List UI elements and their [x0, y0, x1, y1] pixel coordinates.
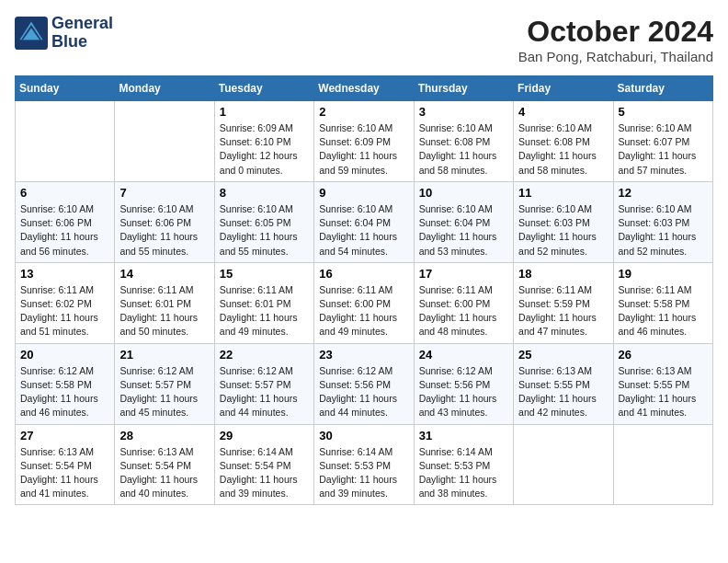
- sunrise-line: Sunrise: 6:12 AM: [319, 364, 408, 378]
- day-header-sunday: Sunday: [16, 76, 115, 101]
- calendar-cell: [115, 101, 214, 182]
- daylight-line: Daylight: 11 hours: [119, 392, 209, 406]
- sunset-line: Sunset: 5:55 PM: [518, 378, 608, 392]
- daylight-minutes-line: and 54 minutes.: [319, 245, 408, 259]
- day-number: 9: [319, 186, 408, 200]
- header-row: SundayMondayTuesdayWednesdayThursdayFrid…: [16, 76, 713, 101]
- cell-content: Sunrise: 6:11 AMSunset: 6:01 PMDaylight:…: [119, 283, 209, 339]
- daylight-minutes-line: and 50 minutes.: [119, 325, 209, 339]
- daylight-line: Daylight: 11 hours: [419, 473, 508, 487]
- cell-content: Sunrise: 6:12 AMSunset: 5:56 PMDaylight:…: [319, 364, 408, 420]
- daylight-minutes-line: and 39 minutes.: [319, 487, 408, 500]
- daylight-minutes-line: and 58 minutes.: [518, 164, 608, 178]
- cell-content: Sunrise: 6:13 AMSunset: 5:55 PMDaylight:…: [619, 364, 708, 420]
- day-number: 18: [518, 267, 608, 281]
- sunrise-line: Sunrise: 6:11 AM: [319, 283, 408, 297]
- daylight-line: Daylight: 11 hours: [419, 311, 508, 325]
- day-number: 1: [220, 105, 309, 119]
- day-number: 5: [619, 105, 708, 119]
- cell-content: Sunrise: 6:11 AMSunset: 5:59 PMDaylight:…: [518, 283, 608, 339]
- calendar-cell: 4Sunrise: 6:10 AMSunset: 6:08 PMDaylight…: [514, 101, 613, 182]
- calendar-cell: 25Sunrise: 6:13 AMSunset: 5:55 PMDayligh…: [514, 343, 613, 424]
- cell-content: Sunrise: 6:10 AMSunset: 6:04 PMDaylight:…: [319, 202, 408, 259]
- calendar-cell: 24Sunrise: 6:12 AMSunset: 5:56 PMDayligh…: [414, 343, 513, 424]
- day-number: 29: [220, 429, 309, 442]
- cell-content: Sunrise: 6:10 AMSunset: 6:04 PMDaylight:…: [419, 202, 508, 259]
- day-number: 31: [419, 429, 508, 442]
- day-number: 25: [518, 348, 608, 362]
- daylight-line: Daylight: 11 hours: [319, 230, 408, 244]
- day-number: 28: [119, 429, 209, 442]
- day-number: 22: [220, 348, 309, 362]
- daylight-line: Daylight: 12 hours: [220, 149, 309, 163]
- sunset-line: Sunset: 6:10 PM: [220, 135, 309, 149]
- sunset-line: Sunset: 6:01 PM: [220, 297, 309, 311]
- sunrise-line: Sunrise: 6:11 AM: [220, 283, 309, 297]
- daylight-line: Daylight: 11 hours: [319, 149, 408, 163]
- calendar-cell: 18Sunrise: 6:11 AMSunset: 5:59 PMDayligh…: [514, 262, 613, 343]
- calendar-cell: 13Sunrise: 6:11 AMSunset: 6:02 PMDayligh…: [16, 262, 115, 343]
- cell-content: Sunrise: 6:13 AMSunset: 5:55 PMDaylight:…: [518, 364, 608, 420]
- sunrise-line: Sunrise: 6:10 AM: [20, 202, 109, 216]
- calendar-cell: 28Sunrise: 6:13 AMSunset: 5:54 PMDayligh…: [115, 424, 214, 505]
- cell-content: Sunrise: 6:12 AMSunset: 5:57 PMDaylight:…: [220, 364, 309, 420]
- daylight-line: Daylight: 11 hours: [518, 230, 608, 244]
- sunset-line: Sunset: 6:03 PM: [619, 216, 708, 230]
- calendar-cell: 21Sunrise: 6:12 AMSunset: 5:57 PMDayligh…: [115, 343, 214, 424]
- cell-content: Sunrise: 6:10 AMSunset: 6:06 PMDaylight:…: [20, 202, 109, 259]
- daylight-minutes-line: and 52 minutes.: [518, 245, 608, 259]
- calendar-cell: [514, 424, 613, 505]
- sunset-line: Sunset: 6:08 PM: [419, 135, 508, 149]
- sunset-line: Sunset: 5:59 PM: [518, 297, 608, 311]
- sunrise-line: Sunrise: 6:14 AM: [220, 445, 309, 459]
- cell-content: Sunrise: 6:12 AMSunset: 5:58 PMDaylight:…: [20, 364, 109, 420]
- sunrise-line: Sunrise: 6:11 AM: [619, 283, 708, 297]
- daylight-minutes-line: and 53 minutes.: [419, 245, 508, 259]
- sunrise-line: Sunrise: 6:10 AM: [220, 202, 309, 216]
- daylight-minutes-line: and 46 minutes.: [619, 325, 708, 339]
- sunrise-line: Sunrise: 6:13 AM: [119, 445, 209, 459]
- calendar-cell: 30Sunrise: 6:14 AMSunset: 5:53 PMDayligh…: [314, 424, 414, 505]
- sunset-line: Sunset: 6:02 PM: [20, 297, 109, 311]
- calendar-cell: 10Sunrise: 6:10 AMSunset: 6:04 PMDayligh…: [414, 181, 513, 262]
- sunrise-line: Sunrise: 6:10 AM: [619, 121, 708, 135]
- cell-content: Sunrise: 6:12 AMSunset: 5:56 PMDaylight:…: [419, 364, 508, 420]
- cell-content: Sunrise: 6:11 AMSunset: 6:00 PMDaylight:…: [419, 283, 508, 339]
- calendar-cell: [16, 101, 115, 182]
- sunset-line: Sunset: 6:07 PM: [619, 135, 708, 149]
- cell-content: Sunrise: 6:10 AMSunset: 6:03 PMDaylight:…: [518, 202, 608, 259]
- sunset-line: Sunset: 6:00 PM: [319, 297, 408, 311]
- daylight-line: Daylight: 11 hours: [518, 392, 608, 406]
- daylight-line: Daylight: 11 hours: [20, 473, 109, 487]
- sunrise-line: Sunrise: 6:10 AM: [419, 202, 508, 216]
- daylight-line: Daylight: 11 hours: [220, 392, 309, 406]
- sunrise-line: Sunrise: 6:13 AM: [619, 364, 708, 378]
- day-number: 16: [319, 267, 408, 281]
- sunrise-line: Sunrise: 6:10 AM: [319, 121, 408, 135]
- cell-content: Sunrise: 6:10 AMSunset: 6:06 PMDaylight:…: [119, 202, 209, 259]
- daylight-line: Daylight: 11 hours: [119, 473, 209, 487]
- sunrise-line: Sunrise: 6:13 AM: [518, 364, 608, 378]
- calendar-header: SundayMondayTuesdayWednesdayThursdayFrid…: [16, 76, 713, 101]
- logo-text-line2: Blue: [51, 33, 113, 52]
- daylight-line: Daylight: 11 hours: [419, 149, 508, 163]
- sunset-line: Sunset: 5:58 PM: [619, 297, 708, 311]
- sunrise-line: Sunrise: 6:10 AM: [518, 121, 608, 135]
- cell-content: Sunrise: 6:10 AMSunset: 6:08 PMDaylight:…: [518, 121, 608, 178]
- daylight-minutes-line: and 55 minutes.: [220, 245, 309, 259]
- daylight-line: Daylight: 11 hours: [119, 230, 209, 244]
- cell-content: Sunrise: 6:10 AMSunset: 6:05 PMDaylight:…: [220, 202, 309, 259]
- day-number: 17: [419, 267, 508, 281]
- week-row-2: 6Sunrise: 6:10 AMSunset: 6:06 PMDaylight…: [16, 181, 713, 262]
- sunset-line: Sunset: 5:54 PM: [119, 459, 209, 473]
- sunset-line: Sunset: 5:53 PM: [319, 459, 408, 473]
- daylight-line: Daylight: 11 hours: [319, 311, 408, 325]
- sunrise-line: Sunrise: 6:10 AM: [319, 202, 408, 216]
- sunset-line: Sunset: 5:57 PM: [119, 378, 209, 392]
- cell-content: Sunrise: 6:11 AMSunset: 6:00 PMDaylight:…: [319, 283, 408, 339]
- cell-content: Sunrise: 6:11 AMSunset: 6:02 PMDaylight:…: [20, 283, 109, 339]
- day-number: 12: [619, 186, 708, 200]
- calendar-cell: 11Sunrise: 6:10 AMSunset: 6:03 PMDayligh…: [514, 181, 613, 262]
- daylight-minutes-line: and 51 minutes.: [20, 325, 109, 339]
- day-number: 8: [220, 186, 309, 200]
